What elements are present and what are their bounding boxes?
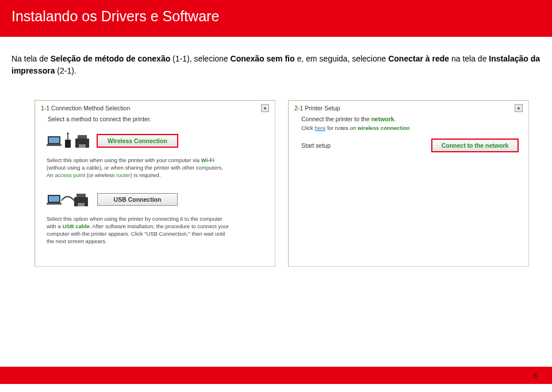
- panel-connection-method: 1-1 Connection Method Selection ▲ Select…: [34, 100, 275, 267]
- panel-title: 1-1 Connection Method Selection: [41, 105, 130, 112]
- page-number: 8: [533, 372, 537, 380]
- panel-title-row: 1-1 Connection Method Selection ▲: [41, 104, 269, 112]
- panel-instruction: Select a method to connect the printer.: [48, 116, 269, 122]
- instr-keyword: wireless connection: [358, 125, 410, 131]
- desc-part: Select this option when using the printe…: [47, 157, 201, 163]
- intro-part: e, em seguida, selecione: [295, 54, 389, 63]
- desc-keyword: router: [116, 172, 131, 178]
- instr-part: .: [394, 116, 396, 122]
- intro-text: Na tela de Seleção de método de conexão …: [0, 37, 552, 82]
- intro-part: na tela de: [449, 54, 489, 63]
- intro-part: Na tela de: [12, 54, 51, 63]
- wireless-icon: [47, 128, 91, 153]
- panel-title-row: 2-1 Printer Setup ▲: [294, 104, 523, 112]
- usb-description: Select this option when using the printe…: [47, 216, 231, 245]
- intro-part: (1-1), selecione: [170, 54, 230, 63]
- desc-part: ) is required.: [131, 172, 161, 178]
- usb-connection-button[interactable]: USB Connection: [97, 193, 178, 206]
- scroll-up-icon[interactable]: ▲: [261, 104, 269, 112]
- instr-keyword: network: [371, 116, 394, 122]
- svg-rect-3: [65, 140, 71, 148]
- intro-part: (2-1).: [55, 66, 76, 75]
- scroll-up-icon[interactable]: ▲: [515, 104, 523, 112]
- svg-rect-7: [78, 135, 87, 139]
- page-title: Instalando os Drivers e Software: [12, 8, 540, 25]
- panel-printer-setup: 2-1 Printer Setup ▲ Connect the printer …: [288, 100, 529, 267]
- svg-rect-14: [78, 203, 85, 206]
- desc-part: (or wireless: [85, 172, 116, 178]
- panel-instruction-1: Connect the printer to the network.: [301, 116, 523, 122]
- usb-icon: [47, 187, 91, 212]
- header-bar: Instalando os Drivers e Software: [0, 0, 552, 37]
- intro-bold: Seleção de método de conexão: [51, 54, 171, 63]
- desc-keyword: access point: [55, 172, 85, 178]
- start-setup-label: Start setup: [301, 142, 331, 149]
- usb-option-row: USB Connection: [47, 187, 269, 212]
- desc-keyword: Wi-Fi: [201, 157, 214, 163]
- intro-bold: Conexão sem fio: [231, 54, 295, 63]
- wireless-description: Select this option when using the printe…: [47, 157, 231, 179]
- svg-rect-11: [47, 203, 62, 205]
- panel-instruction-2: Click here for notes on wireless connect…: [301, 125, 523, 131]
- svg-rect-10: [49, 196, 59, 202]
- here-link[interactable]: here: [315, 125, 325, 131]
- intro-bold: Conectar à rede: [388, 54, 449, 63]
- wireless-connection-button[interactable]: Wireless Connection: [97, 134, 178, 147]
- svg-rect-1: [49, 137, 59, 143]
- svg-rect-2: [47, 144, 62, 146]
- svg-point-5: [67, 133, 69, 134]
- instr-part: Connect the printer to the: [301, 116, 371, 122]
- svg-rect-13: [76, 194, 86, 197]
- panels-container: 1-1 Connection Method Selection ▲ Select…: [0, 82, 552, 267]
- panel-title: 2-1 Printer Setup: [294, 105, 340, 112]
- instr-part: for notes on: [325, 125, 357, 131]
- desc-keyword: USB cable: [62, 223, 89, 229]
- connect-to-network-button[interactable]: Connect to the network: [432, 139, 518, 152]
- footer-bar: [0, 367, 552, 384]
- wireless-option-row: Wireless Connection: [47, 128, 269, 153]
- setup-row: Start setup Connect to the network: [301, 139, 518, 152]
- svg-rect-8: [79, 144, 86, 148]
- instr-part: Click: [301, 125, 315, 131]
